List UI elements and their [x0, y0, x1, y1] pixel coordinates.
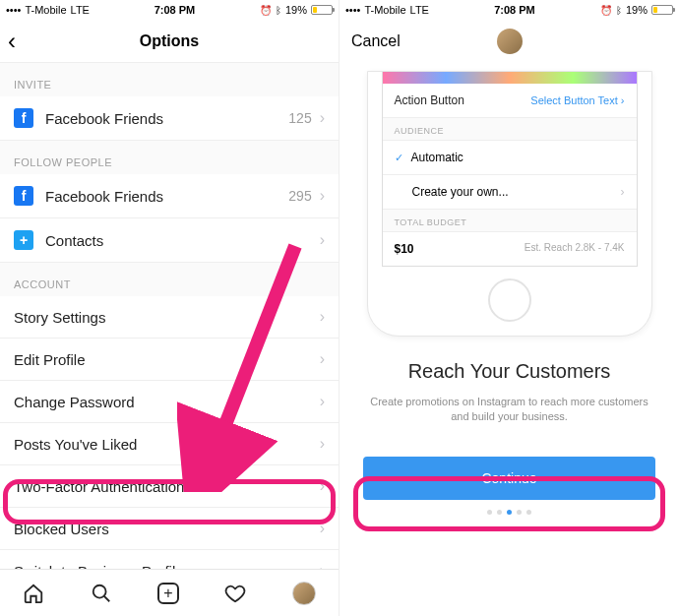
status-bar: •••• T-Mobile LTE 7:08 PM ⏰ ᛒ 19%	[0, 0, 339, 20]
search-tab[interactable]	[91, 583, 112, 604]
row-label: Edit Profile	[14, 351, 320, 368]
signal-icon: ••••	[6, 4, 21, 16]
avatar	[497, 29, 523, 54]
promo-description: Create promotions on Instagram to reach …	[340, 383, 679, 425]
status-bar: •••• T-Mobile LTE 7:08 PM ⏰ ᛒ 19%	[340, 0, 679, 20]
mockup-header-image	[383, 72, 637, 84]
row-label: Two-Factor Authentication	[14, 478, 320, 495]
avatar-icon	[292, 582, 316, 605]
blocked-users-row[interactable]: Blocked Users ›	[0, 508, 339, 550]
contacts-icon: +	[14, 230, 33, 250]
battery-icon	[311, 5, 333, 15]
chevron-right-icon: ›	[621, 185, 625, 199]
chevron-right-icon: ›	[320, 187, 325, 205]
posts-liked-row[interactable]: Posts You've Liked ›	[0, 423, 339, 465]
bluetooth-icon: ᛒ	[616, 5, 622, 16]
carrier-label: T-Mobile	[25, 4, 66, 16]
activity-tab[interactable]	[224, 583, 246, 604]
page-title: Options	[140, 32, 199, 50]
facebook-icon: f	[14, 186, 33, 206]
alarm-icon: ⏰	[260, 5, 272, 16]
carrier-label: T-Mobile	[364, 4, 405, 16]
budget-value: $10	[395, 242, 414, 256]
invite-facebook-friends-row[interactable]: f Facebook Friends 125 ›	[0, 96, 339, 141]
phone-mockup: Action Button Select Button Text › AUDIE…	[367, 71, 652, 337]
home-tab[interactable]	[23, 583, 44, 604]
mockup-action-button-row: Action Button Select Button Text ›	[383, 84, 637, 118]
row-value-link: Select Button Text ›	[530, 94, 624, 106]
cancel-button[interactable]: Cancel	[351, 32, 401, 50]
follow-contacts-row[interactable]: + Contacts ›	[0, 218, 339, 263]
edit-profile-row[interactable]: Edit Profile ›	[0, 339, 339, 381]
home-button-icon	[488, 278, 531, 322]
network-label: LTE	[71, 4, 90, 16]
row-label: Action Button	[395, 93, 464, 107]
business-promo-screen: •••• T-Mobile LTE 7:08 PM ⏰ ᛒ 19% Cancel…	[340, 0, 679, 616]
chevron-right-icon: ›	[320, 520, 325, 537]
svg-line-1	[103, 595, 109, 601]
row-label: Facebook Friends	[45, 188, 288, 205]
nav-header: Cancel	[340, 20, 679, 63]
nav-header: ‹ Options	[0, 20, 339, 63]
alarm-icon: ⏰	[600, 5, 612, 16]
promo-title: Reach Your Customers	[340, 360, 679, 383]
follow-facebook-friends-row[interactable]: f Facebook Friends 295 ›	[0, 174, 339, 218]
svg-point-0	[93, 585, 105, 597]
change-password-row[interactable]: Change Password ›	[0, 381, 339, 423]
row-count: 125	[288, 110, 311, 126]
chevron-right-icon: ›	[320, 477, 325, 495]
row-count: 295	[288, 188, 311, 204]
status-time: 7:08 PM	[154, 4, 196, 16]
signal-icon: ••••	[345, 4, 360, 16]
chevron-right-icon: ›	[320, 435, 325, 453]
options-screen: •••• T-Mobile LTE 7:08 PM ⏰ ᛒ 19% ‹ Opti…	[0, 0, 340, 616]
continue-button[interactable]: Continue	[363, 457, 655, 500]
two-factor-row[interactable]: Two-Factor Authentication ›	[0, 465, 339, 508]
mockup-budget-row: $10 Est. Reach 2.8K - 7.4K	[383, 232, 637, 266]
battery-icon	[651, 5, 673, 15]
section-header-invite: INVITE	[0, 63, 339, 96]
facebook-icon: f	[14, 108, 33, 128]
row-label: Story Settings	[14, 309, 320, 326]
chevron-right-icon: ›	[320, 231, 325, 249]
section-header-account: ACCOUNT	[0, 263, 339, 296]
chevron-right-icon: ›	[320, 109, 325, 127]
row-label: Facebook Friends	[45, 110, 288, 127]
new-post-tab[interactable]: +	[157, 583, 179, 604]
est-reach: Est. Reach 2.8K - 7.4K	[525, 242, 625, 256]
chevron-right-icon: ›	[320, 393, 325, 410]
network-label: LTE	[410, 4, 429, 16]
mockup-create-own-row: Create your own... ›	[383, 175, 637, 210]
mockup-automatic-row: ✓Automatic	[383, 141, 637, 175]
bluetooth-icon: ᛒ	[276, 5, 281, 16]
profile-tab[interactable]	[292, 582, 316, 605]
check-icon: ✓	[395, 152, 403, 163]
row-label: Change Password	[14, 394, 320, 410]
tab-bar: +	[0, 569, 339, 616]
row-label: Posts You've Liked	[14, 436, 320, 453]
row-label: Blocked Users	[14, 521, 320, 537]
battery-percent: 19%	[285, 4, 307, 16]
back-button[interactable]: ‹	[8, 28, 16, 55]
chevron-right-icon: ›	[320, 308, 325, 326]
page-indicator	[340, 510, 679, 515]
mockup-audience-header: AUDIENCE	[383, 118, 637, 141]
status-time: 7:08 PM	[494, 4, 535, 16]
battery-percent: 19%	[626, 4, 648, 16]
section-header-follow: FOLLOW PEOPLE	[0, 141, 339, 174]
story-settings-row[interactable]: Story Settings ›	[0, 296, 339, 339]
chevron-right-icon: ›	[320, 350, 325, 368]
mockup-budget-header: TOTAL BUDGET	[383, 210, 637, 232]
row-label: Contacts	[45, 232, 320, 249]
